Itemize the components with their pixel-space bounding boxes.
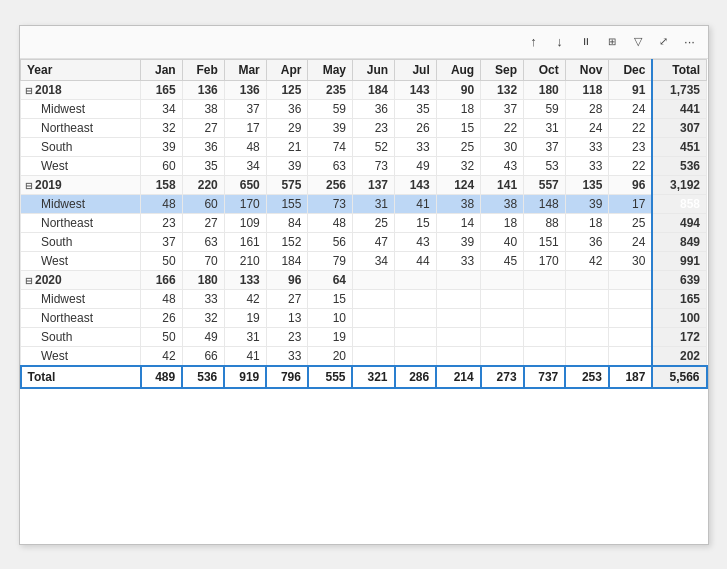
footer-total: 5,566	[652, 366, 706, 388]
row-value: 109	[224, 213, 266, 232]
pivot-button[interactable]: ⊞	[600, 30, 624, 54]
table-row: Midwest4833422715165	[21, 289, 707, 308]
row-value: 32	[436, 156, 480, 175]
row-value: 33	[395, 137, 437, 156]
table-row: South393648217452332530373323451	[21, 137, 707, 156]
row-value: 45	[481, 251, 524, 270]
row-value: 41	[395, 194, 437, 213]
row-value	[609, 327, 653, 346]
table-row: Northeast322717293923261522312422307	[21, 118, 707, 137]
row-value: 152	[266, 232, 308, 251]
group-value: 143	[395, 80, 437, 99]
row-value: 22	[609, 118, 653, 137]
row-value: 47	[352, 232, 394, 251]
filter-button[interactable]: ▽	[626, 30, 650, 54]
row-value: 39	[436, 232, 480, 251]
more-button[interactable]: ···	[678, 30, 702, 54]
row-value: 15	[395, 213, 437, 232]
group-value: 64	[308, 270, 353, 289]
row-value: 22	[609, 156, 653, 175]
row-total: 165	[652, 289, 706, 308]
row-value: 33	[565, 137, 609, 156]
col-dec: Dec	[609, 59, 653, 80]
group-value: 136	[224, 80, 266, 99]
group-value: 133	[224, 270, 266, 289]
row-value: 25	[352, 213, 394, 232]
group-value: 124	[436, 175, 480, 194]
region-label: Northeast	[21, 308, 141, 327]
row-value: 26	[141, 308, 183, 327]
row-value: 48	[141, 194, 183, 213]
group-value: 90	[436, 80, 480, 99]
table-row: Midwest486017015573314138381483917858	[21, 194, 707, 213]
table-row: ⊟201915822065057525613714312414155713596…	[21, 175, 707, 194]
row-value: 48	[224, 137, 266, 156]
row-value: 42	[565, 251, 609, 270]
footer-jan: 489	[141, 366, 183, 388]
table-row: ⊟201816513613612523518414390132180118911…	[21, 80, 707, 99]
row-value: 38	[182, 99, 224, 118]
region-label: Midwest	[21, 289, 141, 308]
row-value: 31	[352, 194, 394, 213]
row-value	[565, 346, 609, 366]
row-value	[524, 346, 566, 366]
row-value: 27	[182, 118, 224, 137]
row-value: 27	[266, 289, 308, 308]
row-value	[436, 346, 480, 366]
row-total: 100	[652, 308, 706, 327]
row-value: 29	[266, 118, 308, 137]
row-total: 858	[652, 194, 706, 213]
header-row: Year Jan Feb Mar Apr May Jun Jul Aug Sep…	[21, 59, 707, 80]
region-label: South	[21, 232, 141, 251]
sort-desc-button[interactable]: ↓	[548, 30, 572, 54]
table-wrapper[interactable]: Year Jan Feb Mar Apr May Jun Jul Aug Sep…	[20, 59, 708, 537]
row-value: 161	[224, 232, 266, 251]
region-label: West	[21, 156, 141, 175]
row-value: 21	[266, 137, 308, 156]
row-total: 172	[652, 327, 706, 346]
row-value: 36	[266, 99, 308, 118]
row-value	[395, 346, 437, 366]
region-label: Midwest	[21, 194, 141, 213]
row-value: 155	[266, 194, 308, 213]
table-row: South5049312319172	[21, 327, 707, 346]
group-value: 235	[308, 80, 353, 99]
group-value: 557	[524, 175, 566, 194]
row-value	[352, 346, 394, 366]
row-value: 79	[308, 251, 353, 270]
group-value: 135	[565, 175, 609, 194]
expand-button[interactable]: ⤢	[652, 30, 676, 54]
group-total: 639	[652, 270, 706, 289]
row-value	[524, 289, 566, 308]
column-settings-button[interactable]: ⏸	[574, 30, 598, 54]
region-label: Northeast	[21, 118, 141, 137]
col-total: Total	[652, 59, 706, 80]
row-value: 36	[352, 99, 394, 118]
row-value: 63	[182, 232, 224, 251]
row-value: 30	[481, 137, 524, 156]
row-value: 73	[308, 194, 353, 213]
row-value: 33	[436, 251, 480, 270]
region-label: West	[21, 346, 141, 366]
row-value: 13	[266, 308, 308, 327]
row-value	[481, 308, 524, 327]
row-value	[565, 308, 609, 327]
row-value	[481, 346, 524, 366]
row-value: 41	[224, 346, 266, 366]
region-label: South	[21, 327, 141, 346]
group-value: 143	[395, 175, 437, 194]
row-value: 33	[182, 289, 224, 308]
row-value: 60	[182, 194, 224, 213]
sort-asc-button[interactable]: ↑	[522, 30, 546, 54]
row-value: 24	[609, 99, 653, 118]
footer-jul: 286	[395, 366, 437, 388]
row-value: 14	[436, 213, 480, 232]
row-value: 43	[395, 232, 437, 251]
row-value	[352, 327, 394, 346]
row-value: 52	[352, 137, 394, 156]
row-value: 84	[266, 213, 308, 232]
row-value: 18	[436, 99, 480, 118]
row-value	[524, 327, 566, 346]
row-value	[609, 289, 653, 308]
col-jan: Jan	[141, 59, 183, 80]
